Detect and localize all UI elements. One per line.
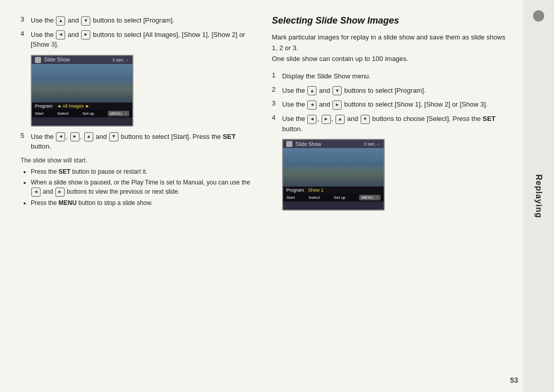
- screen-1-menu-btn: MENU →: [108, 111, 129, 116]
- screen-2-header: Slide Show 3 sec.→: [283, 140, 384, 148]
- screen-1-btn-setup: Set up: [82, 111, 94, 116]
- screen-2: Slide Show 3 sec.→ Program Show 1 Start …: [282, 139, 385, 211]
- right-btn-5: ►: [70, 132, 80, 141]
- r-step-2-num: 2: [272, 86, 279, 96]
- screen-1-btn-start: Start: [35, 111, 44, 116]
- sidebar-circle: [533, 10, 544, 22]
- intro-para-1: Mark particular images for replay in a s…: [272, 32, 508, 64]
- screen-2-title: Slide Show: [295, 141, 321, 147]
- bullet-2: When a slide show is paused, or the Play…: [31, 178, 256, 197]
- screen-1-bottom: Start Select Set up MENU →: [32, 110, 132, 117]
- main-content: 3 Use the ▲ and ▼ buttons to select [Pro…: [0, 0, 523, 392]
- r-step-3-num: 3: [272, 99, 279, 110]
- page-number: 53: [510, 376, 518, 384]
- screen-2-btn-start: Start: [286, 195, 295, 200]
- screen-2-program-value: Show 1: [308, 188, 324, 193]
- r-left-btn-4: ◄: [307, 115, 316, 124]
- r-right-btn-4: ►: [322, 115, 331, 124]
- screen-1-header: Slide Show 3 sec.→: [32, 56, 132, 64]
- screen-1-program-label: Program: [35, 104, 53, 109]
- r-step-1-row: 1 Display the Slide Show menu.: [272, 71, 508, 81]
- r-step-3-row: 3 Use the ◄ and ► buttons to select [Sho…: [272, 99, 508, 110]
- screen-1-title: Slide Show: [44, 57, 70, 63]
- screen-2-photo: [283, 148, 384, 187]
- screen-2-bottom: Start Select Set up MENU →: [283, 194, 384, 201]
- r-step-4-text: Use the ◄, ►, ▲ and ▼ buttons to choose …: [282, 114, 508, 134]
- sidebar-label: Replaying: [534, 174, 543, 218]
- down-btn-5: ▼: [109, 132, 118, 141]
- step-4-row: 4 Use the ◄ and ► buttons to select [All…: [21, 30, 256, 50]
- r-step-1-num: 1: [272, 71, 279, 81]
- r-up-btn-2: ▲: [307, 86, 316, 95]
- step-3-row: 3 Use the ▲ and ▼ buttons to select [Pro…: [21, 15, 256, 26]
- screen-1: Slide Show 3 sec.→ Program ◄ All Images …: [31, 55, 133, 127]
- left-column: 3 Use the ▲ and ▼ buttons to select [Pro…: [21, 15, 256, 377]
- right-btn-bullet: ►: [55, 188, 65, 197]
- right-column: Selecting Slide Show Images Mark particu…: [272, 15, 508, 377]
- screen-1-btn-select: Select: [57, 111, 69, 116]
- section-heading: Selecting Slide Show Images: [272, 15, 508, 26]
- screen-2-btn-select: Select: [309, 195, 320, 200]
- bullet-1: Press the SET button to pause or restart…: [31, 167, 256, 176]
- right-sidebar: Replaying: [523, 0, 554, 392]
- r-step-2-text: Use the ▲ and ▼ buttons to select [Progr…: [282, 86, 426, 96]
- screen-2-btn-setup: Set up: [333, 195, 345, 200]
- r-step-2-row: 2 Use the ▲ and ▼ buttons to select [Pro…: [272, 86, 508, 96]
- screen-1-timer: 3 sec.→: [112, 57, 129, 63]
- step-3-text: Use the ▲ and ▼ buttons to select [Progr…: [31, 15, 174, 26]
- screen-2-menu-bar: Program Show 1: [283, 187, 384, 194]
- left-btn-bullet: ◄: [31, 188, 41, 197]
- step-3-num: 3: [21, 15, 28, 26]
- left-btn-5: ◄: [56, 132, 65, 141]
- step-4-num: 4: [21, 30, 28, 50]
- screen-2-menu-btn: MENU →: [359, 195, 381, 200]
- r-step-4-row: 4 Use the ◄, ►, ▲ and ▼ buttons to choos…: [272, 114, 508, 134]
- right-btn-4: ►: [81, 30, 90, 39]
- screen-2-timer: 3 sec.→: [364, 141, 381, 147]
- left-btn-4: ◄: [56, 30, 65, 39]
- screen-2-program-label: Program: [286, 188, 304, 193]
- down-btn-3: ▼: [81, 16, 90, 26]
- step-5-text: Use the ◄, ►, ▲ and ▼ buttons to select …: [31, 132, 256, 152]
- up-btn-5: ▲: [84, 132, 93, 141]
- step-4-text: Use the ◄ and ► buttons to select [All I…: [31, 30, 256, 50]
- up-btn-3: ▲: [56, 16, 65, 26]
- note-title: The slide show will start.: [21, 157, 87, 164]
- step-5-row: 5 Use the ◄, ►, ▲ and ▼ buttons to selec…: [21, 132, 256, 152]
- slide-note: The slide show will start.: [21, 156, 256, 165]
- r-down-btn-4: ▼: [361, 115, 370, 124]
- r-left-btn-3: ◄: [307, 100, 316, 110]
- slide-show-icon-2: [286, 141, 292, 147]
- bullet-list: Press the SET button to pause or restart…: [31, 167, 256, 208]
- photo-buildings-2: [283, 161, 384, 187]
- screen-1-photo: [32, 64, 132, 102]
- screen-1-program-value: ◄ All Images ►: [57, 104, 90, 109]
- r-step-4-num: 4: [272, 114, 279, 134]
- page-container: 3 Use the ▲ and ▼ buttons to select [Pro…: [0, 0, 554, 392]
- r-step-1-text: Display the Slide Show menu.: [282, 71, 371, 81]
- photo-buildings-1: [32, 77, 132, 102]
- slide-show-icon-1: [35, 57, 41, 63]
- step-5-num: 5: [21, 132, 28, 152]
- bullet-3: Press the MENU button to stop a slide sh…: [31, 198, 256, 208]
- r-step-3-text: Use the ◄ and ► buttons to select [Show …: [282, 99, 488, 110]
- r-right-btn-3: ►: [332, 100, 342, 110]
- screen-1-menu-bar: Program ◄ All Images ►: [32, 102, 132, 110]
- r-up-btn-4: ▲: [335, 115, 345, 124]
- r-down-btn-2: ▼: [332, 86, 342, 95]
